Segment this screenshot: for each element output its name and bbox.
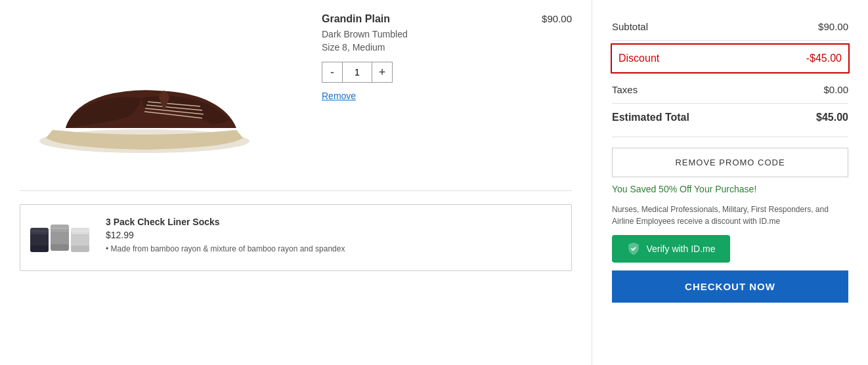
svg-rect-12 <box>51 225 69 230</box>
suggested-details: 3 Pack Check Liner Socks $12.99 • Made f… <box>99 211 571 259</box>
idme-verify-button[interactable]: Verify with ID.me <box>612 235 730 263</box>
product-image-wrapper <box>20 13 269 171</box>
discount-row: Discount -$45.00 <box>611 43 850 74</box>
suggested-product-image <box>27 211 93 264</box>
divider <box>612 137 848 137</box>
savings-text: You Saved 50% Off Your Purchase! <box>612 184 848 194</box>
suggested-description: • Made from bamboo rayon & mixture of ba… <box>106 244 565 253</box>
suggested-product-row: 3 Pack Check Liner Socks $12.99 • Made f… <box>20 204 572 271</box>
idme-shield-icon <box>626 242 641 256</box>
svg-rect-11 <box>51 244 69 251</box>
discount-label: Discount <box>618 53 659 64</box>
quantity-decrease-button[interactable]: - <box>322 62 343 83</box>
product-row: Grandin Plain Dark Brown Tumbled Size 8,… <box>20 13 572 191</box>
idme-verify-label: Verify with ID.me <box>646 244 715 254</box>
remove-promo-button[interactable]: REMOVE PROMO CODE <box>612 148 848 177</box>
taxes-value: $0.00 <box>823 84 848 95</box>
product-price: $90.00 <box>515 13 572 101</box>
subtotal-label: Subtotal <box>612 21 648 32</box>
svg-rect-7 <box>30 228 49 233</box>
suggested-image-wrapper <box>20 211 99 264</box>
taxes-label: Taxes <box>612 84 638 95</box>
quantity-increase-button[interactable]: + <box>372 62 393 83</box>
product-details: Grandin Plain Dark Brown Tumbled Size 8,… <box>295 13 515 101</box>
suggested-price: $12.99 <box>106 230 565 240</box>
product-name: Grandin Plain <box>322 13 515 25</box>
left-panel: Grandin Plain Dark Brown Tumbled Size 8,… <box>0 0 592 365</box>
discount-value: -$45.00 <box>806 53 842 64</box>
svg-rect-17 <box>71 228 89 233</box>
checkout-button[interactable]: CHECKOUT NOW <box>612 270 848 303</box>
product-image <box>26 13 263 171</box>
svg-rect-16 <box>71 246 89 252</box>
estimated-total-label: Estimated Total <box>612 112 689 123</box>
order-summary-panel: Subtotal $90.00 Discount -$45.00 Taxes $… <box>592 0 868 365</box>
quantity-controls: - + <box>322 62 515 83</box>
quantity-input[interactable] <box>343 62 372 83</box>
subtotal-value: $90.00 <box>818 21 848 32</box>
taxes-row: Taxes $0.00 <box>612 76 848 104</box>
estimated-total-row: Estimated Total $45.00 <box>612 104 848 131</box>
subtotal-row: Subtotal $90.00 <box>612 13 848 41</box>
remove-item-button[interactable]: Remove <box>322 91 356 101</box>
suggested-name: 3 Pack Check Liner Socks <box>106 217 565 227</box>
idme-description: Nurses, Medical Professionals, Military,… <box>612 204 848 227</box>
bullet-icon: • <box>106 244 111 253</box>
estimated-total-value: $45.00 <box>816 112 848 123</box>
product-color: Dark Brown Tumbled <box>322 29 515 39</box>
product-size: Size 8, Medium <box>322 42 515 53</box>
svg-rect-6 <box>30 246 49 252</box>
